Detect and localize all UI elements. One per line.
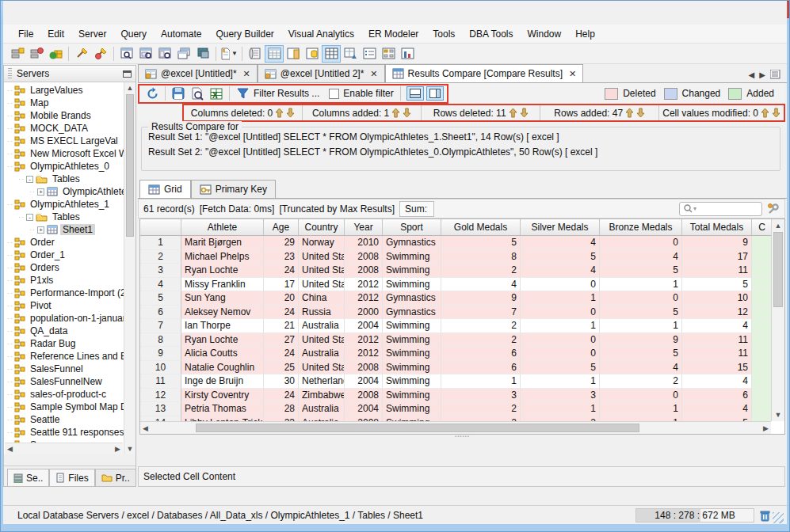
sidebar-item-sheet1[interactable]: ··+Sheet1 (4, 223, 124, 236)
table-cell[interactable]: 2 (441, 402, 521, 416)
table-cell[interactable]: 9 (600, 333, 682, 348)
tree-vertical-scrollbar[interactable]: ▲ ▼ (124, 82, 135, 454)
table-cell[interactable]: 6 (441, 347, 521, 361)
table-cell[interactable]: 5 (521, 361, 600, 375)
menu-window[interactable]: Window (521, 26, 569, 42)
table-cell[interactable]: 1 (521, 402, 600, 416)
table-cell[interactable]: 11 (682, 333, 752, 348)
sidebar-item-new-microsoft-excel-wo[interactable]: ··New Microsoft Excel Wo (4, 147, 124, 160)
column-header-gold-medals[interactable]: Gold Medals (441, 219, 521, 235)
table-cell[interactable]: Swimming (383, 333, 441, 348)
table-cell[interactable]: Swimming (383, 278, 441, 292)
column-header-total-medals[interactable]: Total Medals (682, 219, 752, 235)
row-number-cell[interactable]: 11 (140, 374, 181, 389)
document-tab-2[interactable]: @excel [Untitled 2]*✕ (258, 64, 385, 82)
collapse-icon[interactable]: - (26, 176, 33, 183)
table-cell[interactable]: Natalie Coughlin (181, 361, 264, 375)
table-cell[interactable]: 4 (682, 374, 752, 389)
table-cell[interactable]: 9 (441, 291, 521, 306)
menu-automate[interactable]: Automate (154, 26, 208, 42)
panel-splitter[interactable]: ▪▪▪▪▪▪ (138, 435, 787, 439)
table-cell[interactable]: 4 (441, 278, 521, 292)
row-number-cell[interactable]: 6 (140, 306, 181, 320)
export-excel-icon[interactable]: X (207, 86, 226, 101)
table-cell[interactable]: Inge de Bruijn (181, 374, 264, 389)
scroll-up-icon[interactable]: ▲ (124, 84, 135, 92)
memory-indicator[interactable]: 148 : 278 : 672 MB (635, 508, 754, 522)
menu-help[interactable]: Help (568, 26, 602, 42)
table-cell[interactable]: Australia (299, 319, 345, 333)
table-cell[interactable]: 3 (441, 389, 521, 403)
added-column-cell[interactable] (752, 402, 771, 416)
table-cell[interactable]: 2012 (345, 333, 383, 348)
sidebar-item-sample-symbol-map-dat[interactable]: ··Sample Symbol Map Dat (4, 401, 124, 413)
prev-tab-icon[interactable]: ◀ (749, 70, 755, 79)
sidebar-item-tables[interactable]: ··-Tables (4, 173, 124, 185)
column-header-c[interactable]: C (752, 219, 771, 235)
chart-view-icon[interactable] (398, 45, 417, 63)
column-header-country[interactable]: Country (299, 219, 345, 235)
table-cell[interactable]: 2004 (345, 319, 383, 333)
table-cell[interactable]: 1 (600, 278, 682, 292)
menu-edit[interactable]: Edit (40, 26, 71, 42)
menu-query-builder[interactable]: Query Builder (208, 26, 281, 42)
table-cell[interactable]: 27 (264, 333, 299, 348)
row-number-cell[interactable]: 10 (140, 361, 181, 375)
table-cell[interactable]: 24 (264, 347, 299, 361)
expand-icon[interactable]: + (37, 226, 44, 234)
table-cell[interactable]: 9 (682, 236, 752, 250)
duplicate-window-icon[interactable] (193, 45, 212, 63)
table-grid-icon[interactable] (322, 45, 341, 63)
sidebar-item-order-1[interactable]: ··Order_1 (4, 249, 124, 261)
vertical-split-icon[interactable] (426, 86, 444, 101)
table-cell[interactable]: Australia (299, 402, 345, 416)
row-number-cell[interactable]: 12 (140, 389, 181, 403)
unregister-server-icon[interactable] (27, 45, 46, 63)
table-cell[interactable]: United States (299, 333, 345, 348)
table-cell[interactable]: 17 (682, 250, 752, 264)
menu-visual-analytics[interactable]: Visual Analytics (281, 26, 361, 42)
added-column-cell[interactable] (752, 306, 771, 320)
table-cell[interactable]: 2004 (345, 402, 383, 416)
added-column-cell[interactable] (752, 389, 771, 403)
table-cell[interactable]: 2010 (345, 236, 383, 250)
sidebar-item-ms-execl-largeval[interactable]: ··MS EXECL LargeVal (4, 135, 124, 147)
resize-grip[interactable] (773, 512, 784, 523)
close-tab-icon[interactable]: ✕ (569, 69, 576, 79)
table-cell[interactable]: 17 (264, 278, 299, 292)
table-cell[interactable]: 5 (441, 236, 521, 250)
table-cell[interactable]: 2 (441, 319, 521, 333)
scroll-thumb[interactable] (196, 424, 639, 432)
table-cell[interactable]: United States (299, 250, 345, 264)
next-tab-icon[interactable]: ▶ (759, 70, 765, 79)
row-number-cell[interactable]: 3 (140, 264, 181, 278)
scroll-right-icon[interactable]: ▶ (763, 424, 769, 432)
table-cell[interactable]: Aleksey Nemov (181, 306, 264, 320)
table-cell[interactable]: 2 (441, 333, 521, 348)
scroll-thumb[interactable] (773, 232, 783, 307)
menu-dba-tools[interactable]: DBA Tools (462, 26, 520, 42)
next-diff-icon[interactable] (403, 108, 411, 118)
script-results-icon[interactable] (246, 45, 265, 63)
table-cell[interactable]: Alicia Coutts (181, 347, 264, 361)
document-tab-3[interactable]: Results Compare [Compare Results]✕ (385, 64, 584, 82)
find-results-icon[interactable] (188, 86, 207, 101)
column-header-year[interactable]: Year (345, 219, 383, 235)
column-header-bronze-medals[interactable]: Bronze Medals (600, 219, 682, 235)
sidebar-item-olympicathletes[interactable]: ··+OlympicAthletes (4, 185, 124, 198)
table-cell[interactable]: 1 (441, 374, 521, 389)
row-number-cell[interactable]: 2 (140, 250, 181, 264)
table-cell[interactable]: United States (299, 361, 345, 375)
sidebar-item-map[interactable]: ··Map (4, 97, 124, 109)
table-cell[interactable]: Ryan Lochte (181, 264, 264, 278)
table-cell[interactable]: 5 (600, 306, 682, 320)
table-cell[interactable]: 8 (441, 250, 521, 264)
table-cell[interactable]: Swimming (383, 250, 441, 264)
horizontal-split-icon[interactable] (406, 86, 424, 101)
cascade-windows-icon[interactable] (174, 45, 193, 63)
close-tab-icon[interactable]: ✕ (370, 69, 377, 79)
menu-tools[interactable]: Tools (426, 26, 462, 42)
prev-diff-icon[interactable] (509, 108, 517, 118)
query-window-icon[interactable] (117, 45, 136, 63)
table-cell[interactable]: 2012 (345, 291, 383, 306)
